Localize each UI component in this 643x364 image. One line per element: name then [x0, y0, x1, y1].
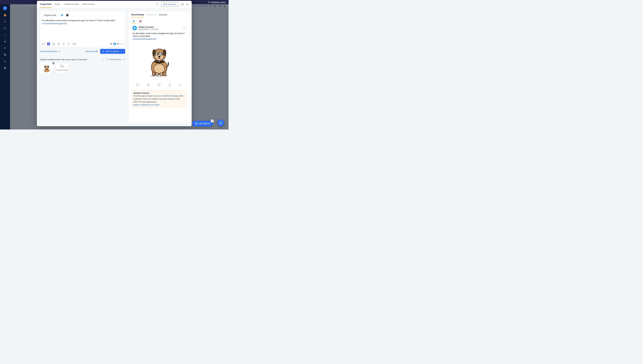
svg-point-44	[48, 66, 49, 68]
external-link-icon[interactable]	[181, 3, 184, 6]
tab-feed-content[interactable]: Feed Content	[82, 1, 95, 8]
tab-post-preview[interactable]: Post Preview	[131, 14, 144, 18]
tab-comments[interactable]: Comments	[146, 14, 156, 18]
editor-tabbar: Original Draft	[40, 11, 125, 18]
team-icon[interactable]	[4, 60, 7, 63]
help-fab-button[interactable]	[217, 120, 224, 126]
svg-point-28	[68, 14, 68, 15]
preview-panel: Post Preview Comments Accounts	[129, 11, 190, 123]
svg-line-23	[182, 4, 183, 4]
close-icon[interactable]	[186, 3, 189, 6]
add-to-queue-group: Add To Queue	[100, 49, 125, 54]
remove-image-icon[interactable]: ✕	[52, 62, 55, 64]
dashboard-icon[interactable]	[4, 14, 7, 17]
svg-point-58	[185, 27, 185, 28]
svg-rect-50	[45, 69, 48, 69]
save-as-draft-button[interactable]: Save as Draft	[86, 50, 98, 52]
svg-point-17	[4, 34, 6, 36]
svg-point-56	[183, 27, 184, 28]
connect-shortener-label: Connect Shortener	[40, 50, 57, 52]
svg-point-68	[157, 53, 158, 55]
preview-tabs: Post Preview Comments Accounts	[131, 14, 187, 18]
svg-rect-26	[66, 14, 68, 16]
upload-header: Upload multiple photos with a post (up t…	[40, 58, 125, 61]
reply-icon[interactable]	[136, 84, 139, 87]
alternate-text-checkbox[interactable]	[106, 58, 108, 61]
share-icon[interactable]	[168, 84, 171, 87]
schedule-demo-link[interactable]: Schedule a demo	[208, 1, 226, 3]
stats-icon[interactable]	[179, 84, 182, 87]
hashtag-suggest-icon[interactable]	[67, 42, 70, 45]
megaphone-icon[interactable]	[4, 40, 7, 43]
gif-icon[interactable]	[57, 42, 60, 45]
post-text-hashtag: #socialmediamanagement	[42, 22, 67, 24]
editor-toolbar: C UTM 98 98 # 1	[40, 41, 125, 46]
tab-drafts[interactable]: Drafts	[55, 1, 61, 8]
network-icon[interactable]	[4, 27, 7, 30]
svg-point-72	[162, 53, 162, 54]
network-preview-note: Network Preview Preview approximates how…	[131, 90, 187, 108]
alternate-text-toggle[interactable]: Alternate Text	[106, 58, 121, 61]
like-icon[interactable]	[158, 84, 161, 87]
post-text-content: An affordable social media management ap…	[42, 19, 115, 22]
get-started-badge: 3	[211, 120, 214, 122]
brand-logo-icon[interactable]	[3, 6, 7, 10]
queue-icon	[102, 50, 105, 52]
upload-image-label: Upload Image	[56, 69, 68, 71]
upload-info-icon[interactable]: i	[102, 58, 105, 61]
svg-rect-52	[48, 71, 49, 72]
retweet-icon[interactable]	[147, 84, 150, 87]
svg-rect-51	[45, 71, 46, 72]
svg-rect-7	[4, 14, 5, 15]
tweet-action-bar	[132, 84, 186, 87]
svg-point-31	[53, 43, 55, 45]
edit-image-icon[interactable]	[52, 72, 54, 74]
svg-rect-8	[5, 14, 6, 15]
checklist-icon	[195, 122, 197, 125]
tweet-more-icon[interactable]	[183, 26, 186, 30]
close-upload-icon[interactable]	[123, 58, 125, 61]
post-text-editor[interactable]: An affordable social media management ap…	[40, 18, 125, 41]
upload-image-button[interactable]: Upload Image	[55, 63, 69, 73]
preview-net-instagram[interactable]	[138, 19, 143, 23]
media-library-icon[interactable]	[42, 42, 45, 45]
analytics-icon[interactable]	[4, 46, 7, 50]
editor-card: Original Draft An affordable social medi…	[40, 11, 125, 47]
svg-point-22	[5, 61, 6, 61]
tab-curated-content[interactable]: Curated Content	[63, 1, 79, 8]
twitter-tab-icon[interactable]	[60, 14, 64, 17]
editor-tab-original-draft[interactable]: Original Draft	[42, 13, 58, 18]
svg-point-43	[44, 66, 46, 68]
chat-icon[interactable]	[4, 20, 7, 23]
tab-accounts[interactable]: Accounts	[159, 14, 167, 18]
document-icon[interactable]	[4, 66, 7, 70]
location-icon[interactable]	[62, 42, 65, 45]
network-preview-body: Preview approximates how your content wi…	[133, 94, 185, 103]
svg-point-32	[53, 44, 53, 44]
svg-point-55	[141, 20, 141, 21]
chevron-down-icon	[122, 50, 124, 52]
tweet-image	[132, 43, 186, 80]
add-to-queue-button[interactable]: Add To Queue	[100, 49, 121, 54]
instagram-tab-icon[interactable]	[66, 14, 69, 17]
utm-button[interactable]: UTM	[72, 43, 76, 45]
canva-icon[interactable]: C	[47, 42, 50, 45]
dog-cartoon-icon	[42, 64, 52, 72]
help-icon[interactable]: ?	[155, 3, 159, 6]
tab-create-post[interactable]: Create Post	[40, 1, 52, 8]
inbox-icon[interactable]	[4, 53, 7, 56]
uploaded-image-thumb[interactable]: ✕	[40, 63, 54, 73]
connect-shortener-link[interactable]: Connect Shortener ✕	[40, 50, 61, 52]
editor-action-row: Connect Shortener ✕ Save as Draft Add To…	[40, 49, 125, 54]
preview-network-tabs	[131, 19, 187, 23]
get-started-button[interactable]: Get Started 3	[192, 121, 213, 126]
modal-body: Original Draft An affordable social medi…	[37, 8, 192, 126]
dismiss-shortener-icon[interactable]: ✕	[58, 50, 61, 52]
svg-rect-29	[43, 43, 44, 45]
emoji-icon[interactable]	[52, 42, 55, 45]
bulk-schedule-button[interactable]: Bulk Schedule	[161, 2, 179, 6]
report-difference-link[interactable]: Report a difference you notice	[133, 104, 185, 106]
queue-dropdown-toggle[interactable]	[121, 49, 125, 54]
preview-net-twitter[interactable]	[131, 19, 136, 23]
target-icon[interactable]	[4, 34, 7, 36]
